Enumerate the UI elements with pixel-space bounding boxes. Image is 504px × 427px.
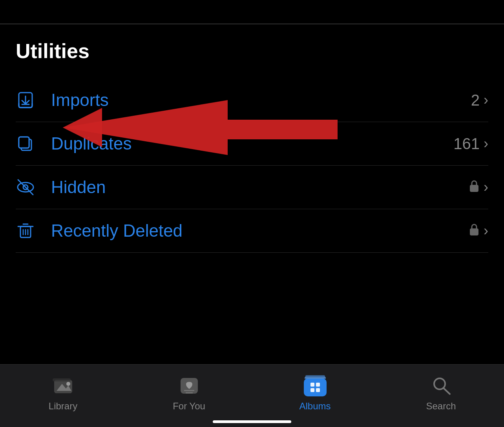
search-tab-icon xyxy=(429,374,453,398)
list-item-duplicates[interactable]: Duplicates 161 › xyxy=(16,122,488,166)
page-title: Utilities xyxy=(16,31,488,63)
svg-line-32 xyxy=(444,388,450,394)
svg-rect-30 xyxy=(316,388,320,392)
svg-point-22 xyxy=(66,382,70,386)
list-item-recently-deleted[interactable]: Recently Deleted › xyxy=(16,209,488,253)
svg-rect-23 xyxy=(53,378,71,381)
trash-icon xyxy=(16,221,43,241)
search-tab-label: Search xyxy=(426,401,456,412)
svg-rect-27 xyxy=(310,383,314,387)
duplicates-count: 161 xyxy=(453,135,480,153)
duplicates-icon xyxy=(16,134,43,153)
main-content: Utilities Imports 2 › Du xyxy=(0,0,504,253)
library-tab-label: Library xyxy=(49,401,77,412)
imports-count: 2 xyxy=(471,91,480,109)
imports-label: Imports xyxy=(51,90,471,110)
svg-rect-9 xyxy=(470,185,478,192)
library-tab-icon xyxy=(51,374,75,398)
top-border xyxy=(0,24,504,24)
for-you-tab-label: For You xyxy=(173,401,205,412)
hidden-icon xyxy=(16,177,43,197)
import-icon xyxy=(16,90,43,110)
recently-deleted-lock-icon xyxy=(469,222,480,240)
svg-rect-28 xyxy=(316,383,320,387)
hidden-label: Hidden xyxy=(51,177,469,197)
recently-deleted-right: › xyxy=(469,222,488,240)
albums-tab-label: Albums xyxy=(299,401,331,412)
recently-deleted-label: Recently Deleted xyxy=(51,221,469,241)
list-item-imports[interactable]: Imports 2 › xyxy=(16,78,488,122)
hidden-right: › xyxy=(469,179,488,196)
svg-rect-5 xyxy=(19,137,29,148)
duplicates-right: 161 › xyxy=(453,135,488,153)
for-you-tab-icon xyxy=(177,374,201,398)
tab-bar: Library For You xyxy=(0,364,504,427)
recently-deleted-chevron: › xyxy=(484,223,488,239)
duplicates-chevron: › xyxy=(484,135,488,152)
svg-rect-29 xyxy=(310,388,314,392)
tab-for-you[interactable]: For You xyxy=(126,371,252,412)
duplicates-label: Duplicates xyxy=(51,134,453,153)
imports-right: 2 › xyxy=(471,91,488,109)
svg-rect-16 xyxy=(470,228,478,235)
tab-albums[interactable]: Albums xyxy=(252,371,378,412)
imports-chevron: › xyxy=(484,92,488,108)
list-item-hidden[interactable]: Hidden › xyxy=(16,166,488,209)
tab-library[interactable]: Library xyxy=(0,371,126,412)
albums-tab-icon xyxy=(303,374,327,398)
tab-search[interactable]: Search xyxy=(378,371,504,412)
hidden-lock-icon xyxy=(469,179,480,196)
home-indicator xyxy=(213,420,291,423)
hidden-chevron: › xyxy=(484,179,488,195)
